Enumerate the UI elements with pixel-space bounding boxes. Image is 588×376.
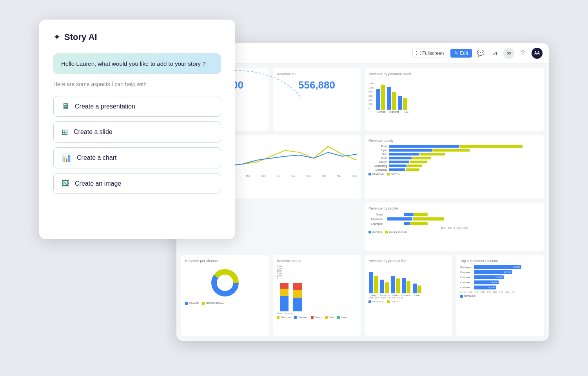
create-chart-button[interactable]: 📊 Create a chart — [53, 147, 221, 168]
create-presentation-button[interactable]: 🖥 Create a presentation — [53, 96, 221, 117]
status-legend: Shampoo Cosmetic Cream Care — [277, 316, 357, 319]
check-group — [376, 85, 385, 110]
edit-button[interactable]: ✎ Edit — [450, 49, 472, 58]
customer-2: Customer... 37,000 — [460, 270, 540, 274]
city-nice: Nice — [368, 153, 540, 155]
city-rouen: Rouen — [368, 161, 540, 163]
channel-legend: PRIVATE PROFESSIONAL — [185, 302, 265, 305]
fullscreen-label: Fullscreen — [422, 51, 444, 56]
private-dot — [368, 231, 371, 233]
comment-icon[interactable]: 💬 — [475, 48, 486, 59]
presentation-icon: 🖥 — [62, 102, 69, 111]
create-chart-label: Create a chart — [77, 154, 116, 161]
profile-card: Revenue by profile Soap Cosmetic — [365, 202, 544, 251]
ai-header: ✦ Story AI — [53, 32, 221, 42]
prosmic-col — [293, 280, 302, 311]
legend-professional: PROFESSIONAL — [385, 231, 408, 233]
product-title: Revenue by product line — [368, 259, 448, 263]
product-card: Revenue by product line Soap — [365, 255, 452, 336]
payment-yaxis: 120K 100K 80K 60K 40K 20K 0 — [368, 82, 374, 110]
cc-yoy-bar — [403, 98, 407, 110]
transfer-group — [387, 87, 396, 110]
edit-icon: ✎ — [454, 51, 458, 56]
channel-card: Revenue per channel PRIVATE P — [181, 255, 269, 336]
dotted-connector — [231, 67, 318, 106]
filter-icon[interactable]: ⊿ — [489, 48, 500, 59]
cc-revenue-bar — [398, 96, 402, 110]
product-bars: Soap Shampoo — [368, 265, 448, 296]
channel-private: PRIVATE — [185, 302, 199, 305]
channel-title: Revenue per channel — [185, 259, 265, 263]
status-bars — [277, 280, 357, 311]
product-yaxis: 180K 150K 120K 90K 60K 30K 0 — [368, 296, 448, 299]
create-image-label: Create an image — [75, 180, 121, 187]
cc-group — [398, 96, 407, 110]
create-slide-button[interactable]: ⊞ Create a slide — [53, 121, 221, 143]
scene: ⛶ Fullscreen ✎ Edit 💬 ⊿ 33 ? AA Current … — [39, 20, 549, 356]
top5-bars: Customer... 46,000 Customer... 37,000 Cu… — [460, 265, 540, 289]
ai-subtitle: Here are some aspects I can help with — [53, 81, 221, 87]
check-yoy-bar — [381, 85, 385, 110]
professional-dot — [385, 231, 388, 233]
city-bordeaux: Bordeaux — [368, 168, 540, 171]
top5-legend: REVENUE — [460, 295, 540, 298]
profile-shampoo: Shampoo — [368, 222, 540, 225]
status-yaxis: 500K400K 300K200K 100K0 — [277, 265, 357, 279]
city-lyon: Lyon — [368, 149, 540, 152]
status-card: Revenue status 500K400K 300K200K 100K0 — [273, 255, 361, 336]
transfer-revenue-bar — [387, 87, 391, 110]
city-card: Revenue by city Paris Lyon — [365, 135, 544, 199]
payment-mode-card: Revenue by payment mode 120K 100K 80K 60… — [365, 68, 544, 131]
channel-professional: PROFESSIONAL — [202, 302, 224, 305]
city-legend-revenue: REVENUE — [368, 173, 384, 175]
profile-legend: PRIVATE PROFESSIONAL — [368, 231, 540, 233]
payment-mode-title: Revenue by payment mode — [368, 72, 540, 76]
svg-point-2 — [220, 277, 230, 288]
create-image-button[interactable]: 🖼 Create an image — [53, 173, 221, 194]
profile-title: Revenue by profile — [368, 206, 540, 210]
profile-bars: Soap Cosmetic — [368, 213, 540, 225]
ai-logo-icon: ✦ — [53, 32, 60, 42]
donut-svg — [209, 267, 241, 298]
fullscreen-button[interactable]: ⛶ Fullscreen — [412, 49, 447, 58]
top5-xaxis: 0 5K 10K 15K 20K 25K 30K 35K 40K 45K — [460, 291, 540, 293]
customer-4: Customer... 24,000 — [460, 280, 540, 284]
city-legend: REVENUE REV Y-1 — [368, 173, 540, 175]
fullscreen-icon: ⛶ — [416, 51, 421, 56]
city-legend-yoy: REV Y-1 — [387, 173, 400, 175]
ai-greeting-bubble: Hello Lauren, what would you like to add… — [53, 53, 221, 74]
customer-5: Customer... 21,800 — [460, 286, 540, 289]
status-xaxis: PaidProsmic... — [277, 312, 357, 315]
create-slide-label: Create a slide — [74, 128, 113, 136]
payment-bars — [375, 82, 408, 110]
edit-label: Edit — [460, 51, 468, 56]
city-title: Revenue by city — [368, 139, 540, 143]
profile-soap: Soap — [368, 213, 540, 216]
city-dijon: Dijon — [368, 157, 540, 159]
slide-icon: ⊞ — [62, 127, 68, 137]
check-revenue-bar — [376, 89, 380, 110]
city-paris: Paris — [368, 145, 540, 148]
profile-xaxis: 100K50K050K100K — [368, 227, 540, 229]
chart-icon: 📊 — [62, 153, 71, 163]
customer-3: Customer... 28,800 — [460, 275, 540, 279]
product-legend: REVENUE REV Y-1 — [368, 300, 448, 303]
transfer-yoy-bar — [392, 92, 396, 110]
city-strasbourg: Strasbourg — [368, 164, 540, 167]
notification-icon[interactable]: 33 — [503, 48, 514, 59]
legend-private: PRIVATE — [368, 231, 382, 233]
city-revenue-dot — [368, 173, 371, 175]
top5-title: Top 5 customer revenue — [460, 259, 540, 263]
ai-panel: ✦ Story AI Hello Lauren, what would you … — [39, 20, 235, 239]
profile-cosmetic: Cosmetic — [368, 217, 540, 221]
payment-xaxis: Check Transfer CC — [368, 110, 540, 113]
customer-1: Customer... 46,000 — [460, 265, 540, 269]
help-icon[interactable]: ? — [517, 48, 528, 59]
city-bars: Paris Lyon — [368, 145, 540, 171]
avatar[interactable]: AA — [532, 48, 543, 59]
donut-chart — [185, 265, 265, 300]
create-presentation-label: Create a presentation — [75, 103, 135, 110]
city-yoy-dot — [387, 173, 390, 175]
image-icon: 🖼 — [62, 179, 69, 188]
ai-title: Story AI — [64, 32, 97, 42]
